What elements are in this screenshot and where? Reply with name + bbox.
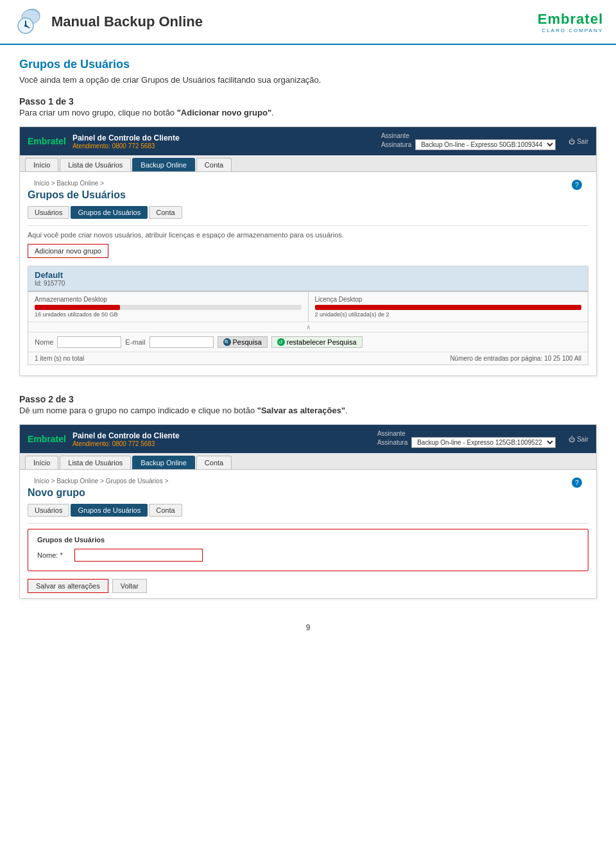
panel-logo-text-2: Embratel (28, 434, 66, 444)
subtabs-2: Usuários Grupos de Usuários Conta (28, 504, 588, 517)
panel-content-2: Início > Backup Online > Grupos de Usuár… (20, 470, 596, 598)
nav-backup-1[interactable]: Backup Online (132, 158, 195, 171)
back-btn[interactable]: Voltar (112, 579, 147, 593)
form-nome-input[interactable] (74, 549, 203, 562)
panel-header-2: Embratel Painel de Controle do Cliente A… (20, 425, 596, 453)
section-desc: Você ainda tem a opção de criar Grupos d… (19, 75, 597, 85)
search-nome-input[interactable] (57, 336, 121, 348)
subtab-conta-2[interactable]: Conta (149, 504, 182, 517)
panel-page-title-1: Grupos de Usuários (28, 189, 588, 201)
pagination-25[interactable]: 25 (553, 355, 560, 362)
panel-right-2: Assinante Assinatura Backup On-line - Ex… (377, 430, 588, 448)
subtab-conta-1[interactable]: Conta (149, 206, 182, 219)
step2-desc-end: . (345, 406, 348, 415)
search-email-input[interactable] (150, 336, 214, 348)
panel-logo-1: Embratel (28, 136, 66, 146)
group-card: Default Id: 915770 Armazenamento Desktop… (28, 266, 588, 365)
step2-desc: Dê um nome para o grupo no campo indicad… (19, 406, 597, 415)
panel-header-1: Embratel Painel de Controle do Cliente A… (20, 127, 596, 155)
panel-nav-2: Início Lista de Usuários Backup Online C… (20, 453, 596, 470)
pagination-10[interactable]: 10 (544, 355, 551, 362)
nav-inicio-2[interactable]: Início (25, 456, 58, 469)
subtab-grupos-1[interactable]: Grupos de Usuários (71, 206, 148, 219)
panel-nav-1: Início Lista de Usuários Backup Online C… (20, 155, 596, 172)
nav-conta-1[interactable]: Conta (196, 158, 232, 171)
step2-title: Passo 2 de 3 (19, 394, 597, 404)
embratel-logo: Embratel CLARO COMPANY (538, 11, 603, 33)
scroll-indicator: ∧ (28, 322, 588, 332)
header-title: Manual Backup Online (51, 13, 203, 30)
subtab-grupos-2[interactable]: Grupos de Usuários (71, 504, 148, 517)
panel-atendimento-1: Painel de Controle do Cliente Atendiment… (73, 133, 180, 150)
breadcrumb-1: Início > Backup Online > ? (28, 177, 588, 189)
pagination-row: 1 item (s) no total Número de entradas p… (28, 352, 588, 365)
panel-atend-2: Atendimento: 0800 772 5683 (73, 440, 180, 447)
nav-conta-2[interactable]: Conta (196, 456, 232, 469)
form-row-nome: Nome: * (37, 549, 579, 562)
action-buttons: Salvar as alterações Voltar (28, 579, 588, 593)
restore-icon: ↺ (277, 338, 285, 346)
help-icon-1[interactable]: ? (572, 180, 582, 190)
panel-title-1: Painel de Controle do Cliente (73, 133, 180, 142)
panel-page-title-2: Novo grupo (28, 487, 588, 499)
group-stat-license: Licença Desktop 2 unidade(s) utilizada(s… (309, 292, 588, 322)
step1-desc-bold: "Adicionar novo grupo" (177, 108, 271, 117)
assinatura-select-2[interactable]: Backup On-line - Expresso 125GB:1009522 (411, 437, 556, 448)
nav-backup-2[interactable]: Backup Online (132, 456, 195, 469)
step1-title: Passo 1 de 3 (19, 96, 597, 107)
form-nome-label: Nome: * (37, 551, 69, 559)
panel-atend-1: Atendimento: 0800 772 5683 (73, 142, 180, 150)
nav-inicio-1[interactable]: Início (25, 158, 58, 171)
pagination-right: Número de entradas por página: 10 25 100… (450, 355, 581, 362)
panel-logo-text-1: Embratel (28, 136, 66, 146)
help-icon-2[interactable]: ? (572, 477, 582, 488)
pagination-left: 1 item (s) no total (35, 355, 84, 362)
search-area: Nome E-mail 🔍 Pesquisa ↺ restabelecer Pe… (28, 332, 588, 352)
panel-title-2: Painel de Controle do Cliente (73, 431, 180, 440)
pagination-all[interactable]: All (574, 355, 581, 362)
screenshot2: Embratel Painel de Controle do Cliente A… (19, 424, 597, 599)
search-nome-label: Nome (35, 338, 53, 346)
storage-bar-bg (35, 305, 302, 310)
page-header: Manual Backup Online Embratel CLARO COMP… (0, 0, 616, 45)
nav-lista-1[interactable]: Lista de Usuários (60, 158, 131, 171)
subtabs-1: Usuários Grupos de Usuários Conta (28, 206, 588, 219)
pagination-100[interactable]: 100 (562, 355, 573, 362)
screenshot1: Embratel Painel de Controle do Cliente A… (19, 126, 597, 376)
nav-lista-2[interactable]: Lista de Usuários (60, 456, 131, 469)
main-content: Grupos de Usuários Você ainda tem a opçã… (0, 45, 616, 651)
panel-info-text-1: Aqui você pode criar novos usuários, atr… (28, 231, 588, 239)
logo-tagline: CLARO COMPANY (542, 28, 603, 33)
restore-search-btn[interactable]: ↺ restabelecer Pesquisa (271, 336, 363, 348)
search-btn[interactable]: 🔍 Pesquisa (218, 336, 268, 348)
section-title: Grupos de Usuários (19, 58, 597, 71)
storage-label: Armazenamento Desktop (35, 296, 302, 303)
group-stats: Armazenamento Desktop 16 unidades utiliz… (28, 292, 588, 322)
subtab-usuarios-1[interactable]: Usuários (28, 206, 69, 219)
license-bar-bg (315, 305, 582, 310)
assinatura-select-1[interactable]: Backup On-line - Expresso 50GB:1009344 (415, 139, 556, 150)
subtab-usuarios-2[interactable]: Usuários (28, 504, 69, 517)
sair-btn-1[interactable]: ⏻ Sair (569, 138, 588, 145)
storage-bar-fill (35, 305, 120, 310)
save-btn[interactable]: Salvar as alterações (28, 579, 108, 593)
logo-text: Embratel (538, 11, 603, 28)
group-id: Id: 915770 (35, 280, 581, 287)
form-section-title: Grupos de Usuários (37, 536, 579, 544)
panel-logo-2: Embratel (28, 434, 66, 444)
group-card-header: Default Id: 915770 (28, 266, 588, 291)
step1-desc: Para criar um novo grupo, clique no botã… (19, 108, 597, 117)
step2-desc-start: Dê um nome para o grupo no campo indicad… (19, 406, 257, 415)
sair-btn-2[interactable]: ⏻ Sair (569, 436, 588, 443)
panel-atendimento-2: Painel de Controle do Cliente Atendiment… (73, 431, 180, 447)
search-icon: 🔍 (223, 338, 231, 346)
group-stat-storage: Armazenamento Desktop 16 unidades utiliz… (28, 292, 309, 322)
backup-icon (13, 6, 44, 37)
svg-point-5 (24, 24, 27, 27)
step1-desc-start: Para criar um novo grupo, clique no botã… (19, 108, 177, 117)
license-label: Licença Desktop (315, 296, 582, 303)
add-group-btn[interactable]: Adicionar novo grupo (28, 244, 108, 258)
page-number: 9 (19, 617, 597, 639)
breadcrumb-2: Início > Backup Online > Grupos de Usuár… (28, 475, 588, 487)
search-email-label: E-mail (125, 338, 145, 346)
